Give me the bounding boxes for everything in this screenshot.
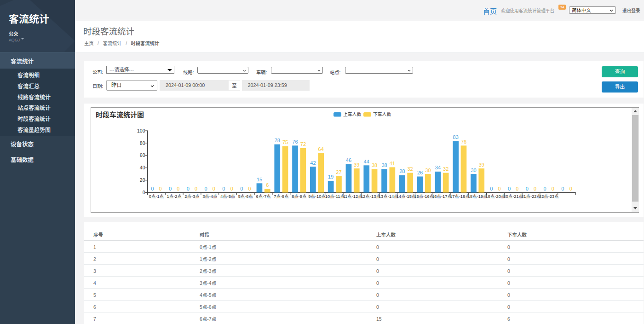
svg-text:0: 0 [151, 186, 154, 191]
svg-text:78: 78 [275, 138, 280, 143]
svg-text:40: 40 [140, 165, 145, 170]
svg-text:28: 28 [399, 168, 405, 174]
svg-text:60: 60 [140, 152, 145, 158]
svg-text:0: 0 [498, 186, 501, 191]
svg-text:0: 0 [561, 186, 564, 191]
svg-text:0: 0 [569, 186, 572, 191]
svg-text:16点-17点: 16点-17点 [432, 194, 452, 199]
svg-text:64: 64 [318, 146, 324, 152]
svg-text:3点-4点: 3点-4点 [202, 194, 217, 199]
svg-text:32: 32 [407, 166, 413, 172]
svg-text:34: 34 [435, 165, 441, 170]
svg-text:0: 0 [177, 186, 179, 191]
svg-text:19点-20点: 19点-20点 [486, 194, 506, 199]
svg-text:0: 0 [490, 186, 493, 191]
svg-text:80: 80 [140, 140, 145, 146]
svg-text:0点-1点: 0点-1点 [149, 194, 164, 199]
svg-text:17点-18点: 17点-18点 [450, 194, 470, 199]
svg-text:39: 39 [479, 162, 484, 168]
svg-text:0: 0 [526, 186, 529, 191]
svg-text:10点-11点: 10点-11点 [325, 194, 345, 199]
svg-text:8点-9点: 8点-9点 [292, 194, 306, 199]
svg-text:19: 19 [328, 174, 334, 179]
svg-text:38: 38 [372, 162, 377, 168]
svg-text:0: 0 [213, 186, 215, 191]
svg-text:18点-19点: 18点-19点 [468, 194, 488, 199]
svg-text:0: 0 [187, 186, 190, 191]
svg-text:32: 32 [443, 166, 448, 172]
svg-text:0: 0 [169, 186, 172, 191]
svg-text:42: 42 [310, 160, 316, 166]
svg-text:20: 20 [140, 177, 145, 183]
svg-text:12点-13点: 12点-13点 [361, 194, 380, 199]
svg-text:0: 0 [143, 190, 145, 195]
svg-text:9点-10点: 9点-10点 [308, 194, 326, 199]
svg-text:时段车流统计图: 时段车流统计图 [96, 111, 144, 119]
svg-text:100: 100 [137, 128, 145, 133]
svg-text:0: 0 [552, 186, 554, 191]
svg-text:44: 44 [364, 159, 369, 164]
svg-text:22点-23点: 22点-23点 [539, 194, 559, 199]
svg-text:0: 0 [508, 186, 511, 191]
svg-text:0: 0 [230, 186, 233, 191]
svg-text:4点-5点: 4点-5点 [220, 194, 235, 199]
svg-text:39: 39 [354, 162, 359, 168]
svg-text:76: 76 [292, 139, 298, 145]
svg-text:14点-15点: 14点-15点 [397, 194, 416, 199]
svg-text:0: 0 [544, 186, 546, 191]
svg-text:0: 0 [534, 186, 536, 191]
svg-text:下车人数: 下车人数 [373, 111, 391, 117]
svg-text:30: 30 [425, 168, 431, 173]
svg-text:7点-8点: 7点-8点 [274, 194, 288, 199]
svg-text:15点-16点: 15点-16点 [414, 194, 434, 199]
svg-text:上车人数: 上车人数 [343, 111, 361, 117]
svg-text:2点-3点: 2点-3点 [184, 194, 199, 199]
svg-text:0: 0 [159, 186, 161, 191]
svg-text:0: 0 [205, 186, 207, 191]
svg-text:15: 15 [257, 177, 262, 182]
svg-text:76: 76 [461, 139, 466, 145]
svg-text:41: 41 [390, 161, 395, 166]
svg-text:1点-2点: 1点-2点 [167, 194, 182, 199]
svg-text:0: 0 [222, 186, 225, 191]
svg-text:0: 0 [195, 186, 197, 191]
svg-text:6点-7点: 6点-7点 [256, 194, 270, 199]
svg-text:21点-22点: 21点-22点 [521, 194, 541, 199]
svg-text:75: 75 [282, 139, 288, 145]
svg-text:83: 83 [453, 134, 459, 140]
svg-text:11点-12点: 11点-12点 [343, 194, 362, 199]
svg-text:30: 30 [471, 168, 476, 173]
svg-text:46: 46 [346, 157, 351, 163]
svg-text:26: 26 [417, 170, 423, 175]
svg-text:13点-14点: 13点-14点 [379, 194, 398, 199]
svg-text:5点-6点: 5点-6点 [238, 194, 253, 199]
svg-text:0: 0 [240, 186, 243, 191]
svg-text:0: 0 [248, 186, 251, 191]
svg-text:27: 27 [336, 169, 341, 175]
svg-text:20点-21点: 20点-21点 [503, 194, 523, 199]
svg-text:38: 38 [381, 162, 387, 168]
svg-text:0: 0 [516, 186, 518, 191]
svg-text:6: 6 [266, 182, 269, 188]
svg-text:72: 72 [300, 141, 306, 147]
